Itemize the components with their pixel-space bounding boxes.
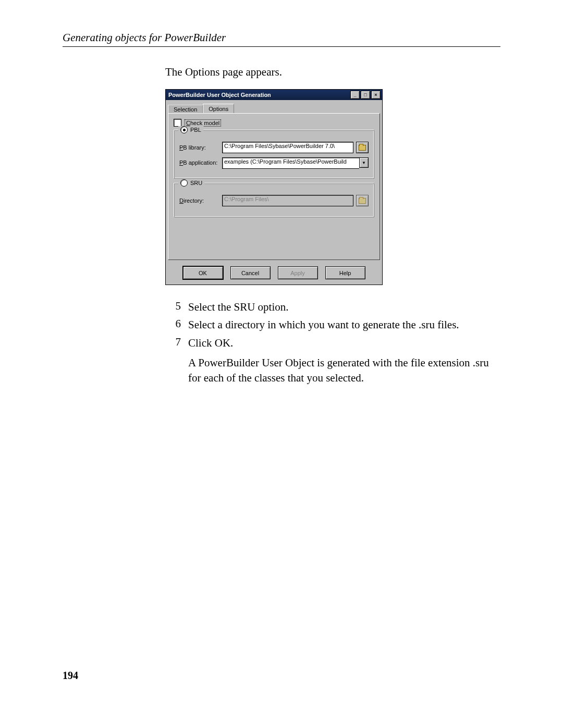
- list-item: 7 Click OK.: [165, 336, 499, 350]
- list-item: 5 Select the SRU option.: [165, 300, 499, 314]
- step-number: 7: [165, 336, 181, 350]
- check-model-checkbox[interactable]: [174, 119, 181, 127]
- chevron-down-icon[interactable]: ▼: [359, 157, 369, 168]
- pb-application-label: PB application:: [179, 159, 222, 166]
- pb-library-label: PB library:: [179, 144, 222, 151]
- cancel-button[interactable]: Cancel: [230, 266, 271, 279]
- step-list: 5 Select the SRU option. 6 Select a dire…: [165, 300, 499, 350]
- options-panel: Check model PBL PB library: C:\Program F…: [168, 113, 380, 260]
- sru-label: SRU: [190, 180, 202, 186]
- sru-group: SRU Directory: C:\Program Files\: [174, 183, 374, 217]
- check-model-label: Check model: [185, 119, 221, 127]
- ok-button[interactable]: OK: [183, 266, 223, 279]
- folder-icon: [359, 198, 366, 204]
- step-text: Select the SRU option.: [188, 300, 499, 314]
- maximize-icon[interactable]: □: [361, 91, 370, 99]
- pb-application-combo[interactable]: examples (C:\Program Files\Sybase\PowerB…: [222, 157, 369, 168]
- sru-radio[interactable]: [180, 179, 188, 187]
- pbl-group: PBL PB library: C:\Program Files\Sybase\…: [174, 130, 374, 179]
- minimize-icon[interactable]: _: [350, 91, 360, 99]
- dialog-button-bar: OK Cancel Apply Help: [166, 263, 382, 285]
- pb-library-browse-button[interactable]: [356, 142, 369, 153]
- pb-library-input[interactable]: C:\Program Files\Sybase\PowerBuilder 7.0…: [222, 142, 353, 153]
- dialog-title: PowerBuilder User Object Generation: [168, 92, 271, 98]
- tab-options[interactable]: Options: [203, 104, 234, 114]
- intro-text: The Options page appears.: [165, 66, 499, 79]
- directory-input: C:\Program Files\: [222, 195, 353, 206]
- tab-strip: Selection Options: [166, 100, 382, 113]
- list-item: 6 Select a directory in which you want t…: [165, 317, 499, 332]
- pb-application-value: examples (C:\Program Files\Sybase\PowerB…: [222, 157, 359, 169]
- step-text: Select a directory in which you want to …: [188, 317, 499, 332]
- pbl-radio[interactable]: [180, 126, 188, 133]
- step-number: 6: [165, 317, 181, 332]
- help-button[interactable]: Help: [325, 266, 365, 279]
- directory-label: Directory:: [179, 198, 222, 204]
- step-number: 5: [165, 300, 181, 314]
- folder-icon: [359, 145, 366, 151]
- pbl-label: PBL: [190, 127, 201, 133]
- page-number: 194: [63, 670, 78, 682]
- step-text: Click OK.: [188, 336, 499, 350]
- directory-browse-button: [356, 195, 369, 206]
- close-icon[interactable]: ×: [371, 91, 381, 99]
- dialog-powerbuilder-generation: PowerBuilder User Object Generation _ □ …: [165, 89, 383, 285]
- apply-button: Apply: [278, 266, 318, 279]
- follow-paragraph: A PowerBuilder User Object is generated …: [188, 355, 499, 386]
- dialog-titlebar: PowerBuilder User Object Generation _ □ …: [166, 90, 382, 100]
- page-header: Generating objects for PowerBuilder: [63, 31, 500, 47]
